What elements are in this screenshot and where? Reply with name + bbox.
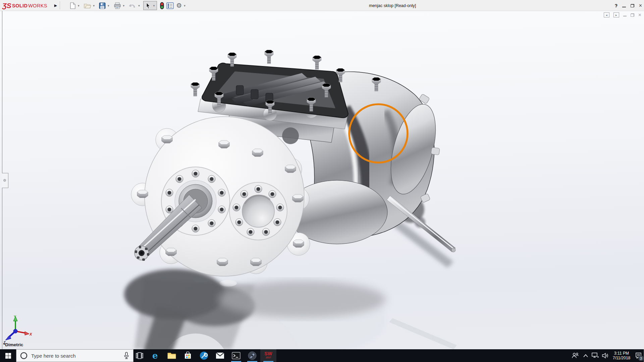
tray-expand-button[interactable]: [581, 349, 590, 362]
mail-icon: [216, 352, 224, 359]
solidworks-app-window: ƷS SOLID WORKS ▶ ▾ ▾: [0, 0, 644, 362]
display-settings-button[interactable]: [165, 1, 175, 10]
help-dropdown-icon: ▾: [616, 4, 618, 7]
taskbar-clock[interactable]: 3:11 PM 7/11/2018: [610, 351, 633, 360]
help-button[interactable]: ? ▾: [615, 3, 618, 8]
svg-text:e: e: [152, 351, 158, 360]
options-dropdown[interactable]: ▾: [183, 4, 187, 7]
clock-date: 7/11/2018: [610, 356, 633, 360]
toolbar-divider: [60, 1, 60, 9]
open-dropdown[interactable]: ▾: [93, 4, 96, 7]
close-button[interactable]: ×: [639, 3, 642, 8]
select-tool-group: ▾: [143, 1, 157, 10]
command-prompt-icon: [232, 352, 240, 359]
doc-close-button[interactable]: ×: [638, 13, 641, 17]
list-panel-icon: [166, 2, 174, 9]
people-icon: [572, 352, 579, 359]
open-button[interactable]: [83, 1, 92, 10]
doc-minimize-button[interactable]: [623, 13, 627, 16]
command-prompt-button[interactable]: [228, 349, 244, 362]
mail-button[interactable]: [212, 349, 228, 362]
select-tool-button[interactable]: [144, 1, 152, 10]
restore-icon: [631, 4, 634, 7]
start-button[interactable]: [0, 349, 16, 362]
people-button[interactable]: [570, 349, 581, 362]
cursor-icon: [145, 2, 151, 9]
search-placeholder-text: Type here to search: [31, 353, 124, 359]
task-view-button[interactable]: [131, 349, 148, 362]
cortana-icon: [20, 352, 28, 360]
svg-text:SOLID: SOLID: [12, 3, 28, 8]
new-document-dropdown[interactable]: ▾: [77, 4, 81, 7]
collapse-left-pane-button[interactable]: ◂: [604, 12, 609, 17]
print-button[interactable]: [113, 1, 122, 10]
edge-icon: e: [151, 351, 160, 360]
system-tray: 3:11 PM 7/11/2018 3: [570, 349, 644, 362]
orientation-triad: Y X Z: [1, 314, 33, 346]
view-orientation-label: *Dimetric: [3, 342, 23, 347]
titlebar: ƷS SOLID WORKS ▶ ▾ ▾: [0, 0, 644, 11]
undo-button[interactable]: [128, 1, 137, 10]
undo-dropdown[interactable]: ▾: [138, 4, 141, 7]
traffic-light-icon: [160, 2, 164, 9]
taskbar-search-box[interactable]: Type here to search: [16, 349, 133, 362]
solidworks-logo: ƷS SOLID WORKS: [2, 1, 52, 10]
windows-logo-icon: [5, 353, 11, 359]
panel-tab-handle-icon: [3, 179, 6, 182]
logo-mark: ƷS: [2, 2, 11, 9]
save-dropdown[interactable]: ▾: [107, 4, 111, 7]
store-icon: [184, 352, 192, 360]
y-axis-label: Y: [14, 315, 16, 319]
minimize-icon: [622, 7, 626, 7]
x-axis-label: X: [29, 332, 32, 336]
store-button[interactable]: [180, 349, 196, 362]
solidworks-taskbar-button[interactable]: SW 2017: [260, 349, 276, 362]
notification-badge: 3: [638, 356, 644, 361]
network-button[interactable]: [590, 349, 600, 362]
task-view-icon: [136, 352, 143, 359]
settings-wrench-button[interactable]: [196, 349, 212, 362]
clock-time: 3:11 PM: [610, 351, 633, 356]
floppy-icon: [99, 2, 106, 9]
folder-icon: [84, 3, 91, 9]
restore-button[interactable]: [631, 4, 634, 7]
graphics-viewport[interactable]: ◂ ▸ ×: [0, 11, 644, 349]
toolbar-flyout-button[interactable]: ▶: [53, 2, 58, 9]
chevron-up-icon: [583, 354, 588, 357]
page-icon: [70, 2, 76, 9]
wrench-circle-icon: [200, 351, 208, 360]
undo-arrow-icon: [129, 3, 136, 9]
doc-restore-button[interactable]: [631, 13, 634, 17]
options-button[interactable]: ⚙: [175, 1, 183, 10]
output-bearing-boss: [229, 182, 287, 240]
action-center-button[interactable]: 3: [633, 349, 644, 362]
model-3d-view[interactable]: [0, 11, 644, 349]
svg-text:WORKS: WORKS: [28, 3, 47, 8]
taskbar: Type here to search e: [0, 349, 644, 362]
model-viewer-button[interactable]: [244, 349, 260, 362]
minimize-button[interactable]: [622, 4, 626, 7]
network-icon: [592, 353, 599, 359]
microphone-icon[interactable]: [124, 352, 129, 359]
edge-button[interactable]: e: [148, 349, 164, 362]
doc-restore-icon: [631, 13, 634, 17]
file-explorer-icon: [167, 352, 176, 359]
model-viewer-icon: [248, 351, 257, 360]
rebuild-button[interactable]: [159, 1, 165, 10]
file-explorer-button[interactable]: [164, 349, 180, 362]
select-tool-dropdown[interactable]: ▾: [153, 4, 156, 7]
document-title: menjac sklop [Read-only]: [369, 0, 416, 11]
new-document-button[interactable]: [69, 1, 77, 10]
printer-icon: [114, 2, 121, 9]
collapse-right-pane-button[interactable]: ▸: [613, 12, 619, 17]
feature-panel-collapsed-tab[interactable]: [2, 173, 8, 188]
speaker-icon: [602, 353, 609, 359]
volume-button[interactable]: [600, 349, 610, 362]
doc-minimize-icon: [623, 16, 627, 16]
save-button[interactable]: [98, 1, 107, 10]
print-dropdown[interactable]: ▾: [122, 4, 126, 7]
solidworks-2017-icon: SW 2017: [264, 352, 272, 359]
document-window-controls: ◂ ▸ ×: [604, 12, 641, 17]
